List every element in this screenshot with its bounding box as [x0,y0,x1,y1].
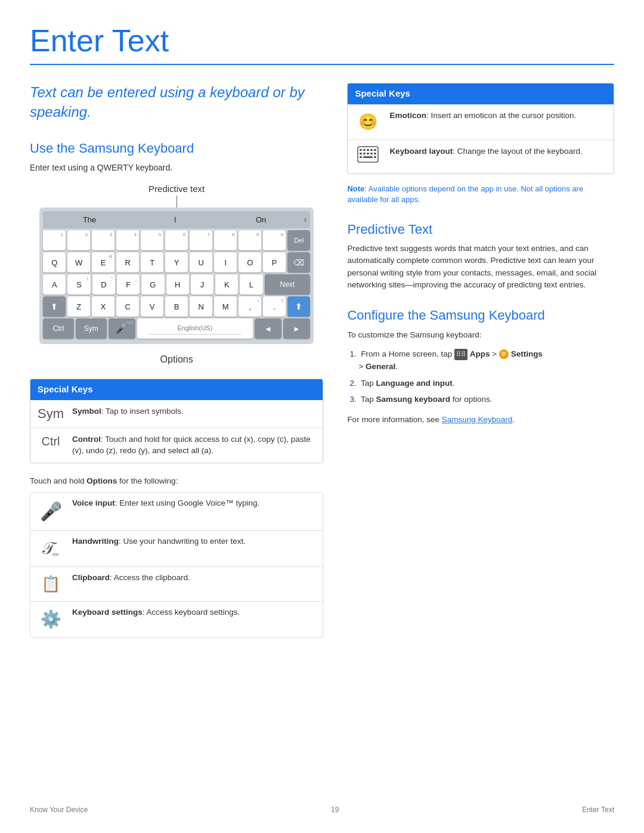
svg-rect-2 [363,149,366,151]
key-5[interactable]: 5 [141,230,163,250]
key-ctrl[interactable]: Ctrl [43,318,74,339]
key-mic[interactable]: 🎤+10 [109,318,135,339]
key-c[interactable]: C [116,296,139,317]
key-i[interactable]: I [214,252,237,272]
key-3[interactable]: 3 [92,230,114,250]
configure-intro: To customize the Samsung keyboard: [347,329,614,342]
key-x[interactable]: X [92,296,114,317]
configure-heading: Configure the Samsung Keyboard [347,305,614,325]
key-4[interactable]: 4 [116,230,139,250]
keyboard-layout-icon [355,146,381,168]
svg-rect-10 [374,153,376,154]
key-b[interactable]: B [165,296,188,317]
footer-left: Know Your Device [30,804,88,815]
key-r[interactable]: R [116,252,139,272]
key-0[interactable]: 0 [263,230,286,250]
key-q[interactable]: Q [43,252,66,272]
key-left-arrow[interactable]: ◄ [255,318,281,339]
key-z[interactable]: Z [67,296,90,317]
key-a[interactable]: A [43,274,66,295]
option-clipboard: 📋 Clipboard: Access the clipboard. [30,567,323,602]
emoticon-icon: 😊 [355,110,381,134]
qwerty-row: Q W ER R T Y U I O P ⌫ [43,252,310,272]
key-j[interactable]: J. [191,274,213,295]
key-n[interactable]: N [190,296,212,317]
key-d[interactable]: D° [92,274,115,295]
key-backspace[interactable]: ⌫ [287,252,310,272]
gear-icon: ⚙️ [38,607,64,632]
key-h[interactable]: H [166,274,189,295]
keyboard-diagram: The I On › 1 2 3 4 5 6 7 8 [39,208,314,344]
key-8[interactable]: 8 [214,230,237,250]
key-comma[interactable]: ,! [239,296,261,317]
key-o[interactable]: O [239,252,261,272]
handwriting-text: Handwriting: Use your handwriting to ent… [72,536,246,547]
key-l[interactable]: L [240,274,262,295]
svg-rect-1 [360,149,362,151]
svg-rect-4 [370,149,373,151]
special-key-keyboard-layout: Keyboard layout: Change the layout of th… [348,140,614,174]
key-w[interactable]: W [67,252,90,272]
predictive-arrow [177,196,177,208]
left-column: Text can be entered using a keyboard or … [30,83,323,638]
configure-steps: To customize the Samsung keyboard: 1. Fr… [347,329,614,426]
key-sym[interactable]: Sym [76,318,107,339]
key-shift-left[interactable]: ⬆* [43,296,66,317]
note-text: Note: Available options depend on the ap… [347,184,614,205]
emoticon-text: Emoticon: Insert an emoticon at the curs… [389,110,576,122]
key-u[interactable]: U [190,252,212,272]
zxcv-row: ⬆* Z X C V B N M ,! .? ⬆ [43,296,310,317]
handwriting-icon: 𝒯✏ [38,536,64,561]
key-period[interactable]: .? [263,296,286,317]
key-f[interactable]: F_ [117,274,140,295]
footer-right: Enter Text [582,804,614,815]
key-shift-right[interactable]: ⬆ [287,296,310,317]
key-1[interactable]: 1 [43,230,66,250]
special-key-emoticon: 😊 Emoticon: Insert an emoticon at the cu… [348,104,614,140]
clipboard-icon: 📋 [38,572,64,596]
apps-icon: ⠿⠿ [454,349,467,361]
samsung-keyboard-link[interactable]: Samsung Keyboard [442,415,513,424]
option-keyboard-settings: ⚙️ Keyboard settings: Access keyboard se… [30,602,323,637]
settings-icon: ⚙ [499,349,509,359]
key-s[interactable]: S! [67,274,90,295]
key-9[interactable]: 9 [239,230,261,250]
key-y[interactable]: Y [165,252,188,272]
pred-item-3: On [218,214,304,226]
predictive-text-heading: Predictive Text [347,219,614,239]
key-right-arrow[interactable]: ► [283,318,310,339]
key-k[interactable]: K [215,274,238,295]
intro-text: Text can be entered using a keyboard or … [30,83,323,122]
key-next[interactable]: Next [265,274,311,295]
svg-rect-3 [367,149,369,151]
special-key-ctrl: Ctrl Control: Touch and hold for quick a… [30,428,323,463]
key-e[interactable]: ER [92,252,114,272]
svg-rect-9 [370,153,373,154]
special-keys-right-header: Special Keys [348,83,614,104]
key-space[interactable]: English(US) [137,318,253,339]
option-handwriting: 𝒯✏ Handwriting: Use your handwriting to … [30,531,323,567]
key-p[interactable]: P [263,252,286,272]
configure-step-2: 2. Tap Language and input. [347,377,614,390]
touch-hold-note: Touch and hold Options for the following… [30,475,323,487]
two-col-layout: Text can be entered using a keyboard or … [30,83,614,638]
special-keys-left-box: Special Keys Sym Symbol: Tap to insert s… [30,379,323,463]
key-v[interactable]: V [141,296,163,317]
clipboard-text: Clipboard: Access the clipboard. [72,572,190,584]
predictive-text-section: Predictive Text Predictive text suggests… [347,219,614,291]
predictive-text-body: Predictive text suggests words that matc… [347,243,614,291]
key-g[interactable]: G [141,274,164,295]
svg-rect-11 [360,156,362,158]
ctrl-text: Control: Touch and hold for quick access… [72,434,315,457]
samsung-keyboard-subtext: Enter text using a QWERTY keyboard. [30,162,323,174]
svg-rect-13 [374,156,376,158]
key-del[interactable]: Del [287,230,310,250]
svg-rect-5 [374,149,376,151]
svg-rect-12 [363,156,373,158]
key-2[interactable]: 2 [67,230,90,250]
right-column: Special Keys 😊 Emoticon: Insert an emoti… [347,83,614,638]
key-6[interactable]: 6 [165,230,188,250]
key-7[interactable]: 7 [190,230,212,250]
key-m[interactable]: M [214,296,237,317]
key-t[interactable]: T [141,252,163,272]
